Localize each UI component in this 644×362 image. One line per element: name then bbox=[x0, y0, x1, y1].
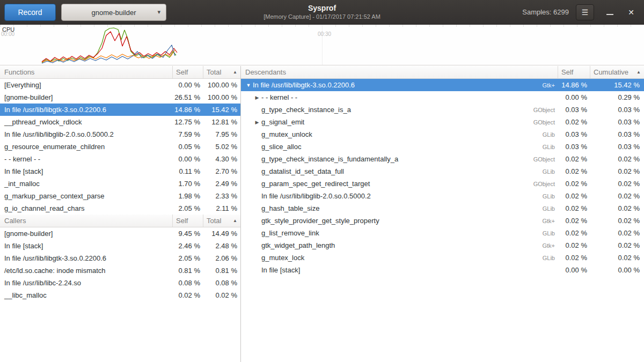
column-header-descendants-cumulative[interactable]: Cumulative ▲ bbox=[590, 66, 644, 78]
column-header-functions-total[interactable]: Total ▲ bbox=[203, 66, 240, 78]
expander-icon[interactable]: ▶ bbox=[253, 95, 261, 100]
sort-indicator-icon: ▲ bbox=[633, 70, 641, 75]
tree-row[interactable]: In file /usr/lib/libglib-2.0.so.0.5000.2… bbox=[241, 190, 644, 202]
function-name: g_resource_enumerate_children bbox=[0, 143, 173, 151]
column-header-callers-total[interactable]: Total ▲ bbox=[203, 215, 240, 227]
total-percent: 2.33 % bbox=[203, 192, 240, 200]
table-row[interactable]: g_markup_parse_context_parse 1.98 % 2.33… bbox=[0, 190, 240, 202]
library-label: GObject bbox=[524, 119, 558, 125]
tree-row[interactable]: ▶ g_signal_emit GObject 0.02 % 0.03 % bbox=[241, 116, 644, 128]
tree-row[interactable]: In file [stack] 0.00 % 0.00 % bbox=[241, 264, 644, 276]
cpu-graph[interactable]: CPU 00:0000:30 bbox=[0, 25, 644, 65]
table-row[interactable]: _int_malloc 1.70 % 2.49 % bbox=[0, 178, 240, 190]
table-row[interactable]: __libc_malloc 0.02 % 0.02 % bbox=[0, 289, 240, 301]
expander-icon[interactable]: ▶ bbox=[253, 120, 261, 125]
tree-row[interactable]: g_param_spec_get_redirect_target GObject… bbox=[241, 178, 644, 190]
function-name: In file /usr/lib/libglib-2.0.so.0.5000.2 bbox=[0, 130, 173, 138]
table-row[interactable]: - - kernel - - 0.00 % 4.30 % bbox=[0, 153, 240, 165]
process-selector-dropdown[interactable]: gnome-builder ▾ bbox=[61, 4, 166, 21]
tree-row[interactable]: g_datalist_id_set_data_full GLib 0.02 % … bbox=[241, 165, 644, 178]
column-header-functions[interactable]: Functions bbox=[0, 66, 173, 78]
tree-row[interactable]: g_mutex_lock GLib 0.02 % 0.02 % bbox=[241, 252, 644, 264]
close-button[interactable]: ✕ bbox=[623, 4, 640, 20]
cumulative-percent: 15.42 % bbox=[590, 81, 644, 89]
tree-row[interactable]: g_type_check_instance_is_fundamentally_a… bbox=[241, 153, 644, 165]
expander-icon[interactable]: ▼ bbox=[244, 83, 253, 88]
function-name: In file [stack] bbox=[0, 167, 173, 175]
tree-row[interactable]: gtk_style_provider_get_style_property Gt… bbox=[241, 215, 644, 227]
total-percent: 2.11 % bbox=[203, 204, 240, 212]
self-percent: 0.00 % bbox=[558, 93, 590, 101]
time-label: 00:30 bbox=[318, 31, 331, 37]
table-row[interactable]: __pthread_rwlock_rdlock 12.75 % 12.81 % bbox=[0, 116, 240, 128]
self-percent: 0.03 % bbox=[558, 130, 590, 138]
total-percent: 14.49 % bbox=[203, 230, 240, 238]
self-percent: 14.86 % bbox=[558, 81, 590, 89]
function-name: __libc_malloc bbox=[0, 291, 173, 299]
table-row[interactable]: In file /usr/lib/libc-2.24.so 0.08 % 0.0… bbox=[0, 277, 240, 289]
cumulative-percent: 0.02 % bbox=[590, 167, 644, 175]
self-percent: 7.59 % bbox=[173, 130, 203, 138]
tree-row[interactable]: g_type_check_instance_is_a GObject 0.03 … bbox=[241, 104, 644, 116]
self-percent: 0.11 % bbox=[173, 167, 203, 175]
column-header-callers-self[interactable]: Self bbox=[173, 215, 203, 227]
descendant-name: g_mutex_lock bbox=[261, 254, 304, 262]
table-row[interactable]: In file /usr/lib/libglib-2.0.so.0.5000.2… bbox=[0, 128, 240, 141]
tree-row[interactable]: g_mutex_unlock GLib 0.03 % 0.03 % bbox=[241, 128, 644, 141]
descendant-name: In file /usr/lib/libglib-2.0.so.0.5000.2 bbox=[261, 192, 371, 200]
table-row[interactable]: In file [stack] 2.46 % 2.48 % bbox=[0, 240, 240, 252]
self-percent: 1.98 % bbox=[173, 192, 203, 200]
total-percent: 2.06 % bbox=[203, 254, 240, 262]
tree-row[interactable]: g_list_remove_link GLib 0.02 % 0.02 % bbox=[241, 227, 644, 239]
tree-row[interactable]: g_slice_alloc GLib 0.03 % 0.03 % bbox=[241, 141, 644, 153]
column-header-functions-self[interactable]: Self bbox=[173, 66, 203, 78]
table-row[interactable]: [gnome-builder] 26.51 % 100.00 % bbox=[0, 91, 240, 104]
descendant-name: g_datalist_id_set_data_full bbox=[261, 167, 344, 175]
self-percent: 0.08 % bbox=[173, 279, 203, 287]
self-percent: 0.05 % bbox=[173, 143, 203, 151]
process-selector-value: gnome-builder bbox=[91, 9, 136, 17]
descendant-name: In file /usr/lib/libgtk-3.so.0.2200.6 bbox=[253, 81, 355, 89]
self-percent: 0.02 % bbox=[558, 167, 590, 175]
descendant-name: g_signal_emit bbox=[261, 118, 304, 126]
table-row[interactable]: In file /usr/lib/libgtk-3.so.0.2200.6 14… bbox=[0, 104, 240, 116]
cumulative-percent: 0.03 % bbox=[590, 130, 644, 138]
total-percent: 0.81 % bbox=[203, 267, 240, 275]
table-row[interactable]: [gnome-builder] 9.45 % 14.49 % bbox=[0, 227, 240, 240]
functions-table: [Everything] 0.00 % 100.00 % [gnome-buil… bbox=[0, 79, 240, 215]
record-button-label: Record bbox=[18, 8, 42, 17]
minimize-button[interactable] bbox=[602, 4, 617, 20]
record-button[interactable]: Record bbox=[4, 4, 56, 21]
total-percent: 5.02 % bbox=[203, 143, 240, 151]
descendant-name: g_type_check_instance_is_a bbox=[261, 106, 351, 114]
table-row[interactable]: In file [stack] 0.11 % 2.70 % bbox=[0, 165, 240, 178]
column-header-callers[interactable]: Callers bbox=[0, 215, 173, 227]
total-percent: 4.30 % bbox=[203, 155, 240, 163]
descendant-name: g_hash_table_size bbox=[261, 204, 319, 212]
menu-button[interactable]: ☰ bbox=[576, 4, 594, 20]
tree-row[interactable]: ▶ - - kernel - - 0.00 % 0.29 % bbox=[241, 91, 644, 104]
tree-row[interactable]: gtk_widget_path_length Gtk+ 0.02 % 0.02 … bbox=[241, 239, 644, 252]
function-name: In file [stack] bbox=[0, 242, 173, 250]
left-pane: Functions Self Total ▲ [Everything] 0.00… bbox=[0, 66, 240, 362]
descendant-name: g_mutex_unlock bbox=[261, 130, 312, 138]
column-header-descendants[interactable]: Descendants bbox=[241, 66, 558, 78]
self-percent: 0.81 % bbox=[173, 267, 203, 275]
cumulative-percent: 0.02 % bbox=[590, 229, 644, 237]
library-label: GLib bbox=[524, 144, 558, 150]
descendant-name: g_param_spec_get_redirect_target bbox=[261, 180, 370, 188]
hamburger-icon: ☰ bbox=[582, 8, 589, 17]
table-row[interactable]: In file /usr/lib/libgtk-3.so.0.2200.6 2.… bbox=[0, 252, 240, 264]
column-header-descendants-self[interactable]: Self bbox=[558, 66, 590, 78]
table-row[interactable]: [Everything] 0.00 % 100.00 % bbox=[0, 79, 240, 91]
self-percent: 0.02 % bbox=[558, 229, 590, 237]
cumulative-percent: 0.02 % bbox=[590, 241, 644, 249]
cumulative-percent: 0.02 % bbox=[590, 254, 644, 262]
table-row[interactable]: /etc/ld.so.cache: inode mismatch 0.81 % … bbox=[0, 264, 240, 277]
library-label: GLib bbox=[524, 131, 558, 138]
descendants-table: ▼ In file /usr/lib/libgtk-3.so.0.2200.6 … bbox=[241, 79, 644, 276]
table-row[interactable]: g_resource_enumerate_children 0.05 % 5.0… bbox=[0, 141, 240, 153]
table-row[interactable]: g_io_channel_read_chars 2.05 % 2.11 % bbox=[0, 202, 240, 215]
tree-row[interactable]: ▼ In file /usr/lib/libgtk-3.so.0.2200.6 … bbox=[241, 79, 644, 91]
tree-row[interactable]: g_hash_table_size GLib 0.02 % 0.02 % bbox=[241, 202, 644, 215]
